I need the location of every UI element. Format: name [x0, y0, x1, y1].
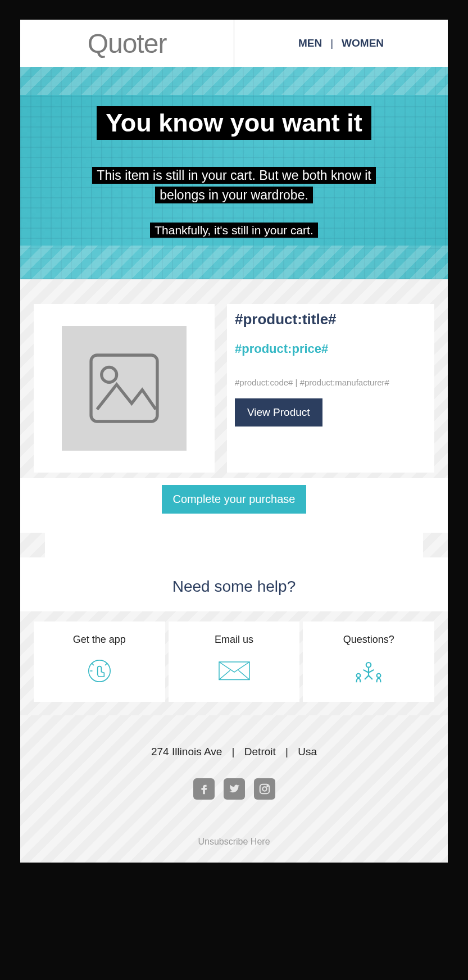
product-info-card: #product:title# #product:price# #product…: [227, 304, 434, 473]
hero-headline: You know you want it: [97, 106, 371, 140]
header: Quoter MEN | WOMEN: [20, 20, 448, 67]
svg-point-10: [357, 673, 361, 677]
svg-point-9: [366, 663, 371, 668]
help-card-label: Get the app: [39, 634, 160, 646]
svg-line-4: [105, 664, 107, 665]
product-price: #product:price#: [235, 342, 426, 356]
tap-icon: [83, 657, 116, 685]
nav-link-men[interactable]: MEN: [298, 37, 322, 49]
product-meta: #product:code# | #product:manufacturer#: [235, 378, 426, 387]
facebook-icon[interactable]: [193, 778, 215, 800]
footer-address: 274 Illinois Ave | Detroit | Usa: [31, 746, 437, 758]
hero-banner: You know you want it This item is still …: [20, 67, 448, 279]
view-product-button[interactable]: View Product: [235, 398, 322, 427]
hero-body: This item is still in your cart. But we …: [92, 166, 375, 205]
complete-purchase-button[interactable]: Complete your purchase: [162, 485, 307, 514]
help-card-label: Questions?: [308, 634, 429, 646]
product-section: #product:title# #product:price# #product…: [20, 279, 448, 478]
svg-line-3: [92, 664, 93, 665]
help-card-label: Email us: [174, 634, 294, 646]
svg-point-14: [267, 786, 268, 787]
svg-point-13: [262, 787, 266, 791]
nav-link-women[interactable]: WOMEN: [342, 37, 384, 49]
hero-body-small: Thankfully, it's still in your cart.: [150, 221, 318, 239]
svg-point-1: [102, 367, 117, 382]
help-card-email[interactable]: Email us: [169, 621, 300, 702]
svg-line-8: [238, 670, 249, 680]
unsubscribe-link[interactable]: Unsubscribe Here: [31, 837, 437, 847]
people-icon: [352, 657, 385, 685]
svg-point-11: [377, 673, 381, 677]
nav-separator: |: [330, 37, 333, 49]
image-placeholder-icon: [62, 326, 187, 451]
twitter-icon[interactable]: [224, 778, 245, 800]
product-title: #product:title#: [235, 311, 426, 328]
help-card-questions[interactable]: Questions?: [303, 621, 434, 702]
footer: 274 Illinois Ave | Detroit | Usa Unsubsc…: [20, 715, 448, 863]
brand-logo: Quoter: [88, 28, 167, 59]
help-card-app[interactable]: Get the app: [34, 621, 165, 702]
help-section: Need some help? Get the app Email us: [20, 557, 448, 715]
instagram-icon[interactable]: [254, 778, 275, 800]
product-image-card: [34, 304, 215, 473]
help-title: Need some help?: [20, 557, 448, 611]
envelope-icon: [217, 657, 251, 685]
svg-line-7: [219, 670, 230, 680]
svg-rect-0: [91, 355, 157, 421]
spacer-card: [45, 533, 423, 557]
